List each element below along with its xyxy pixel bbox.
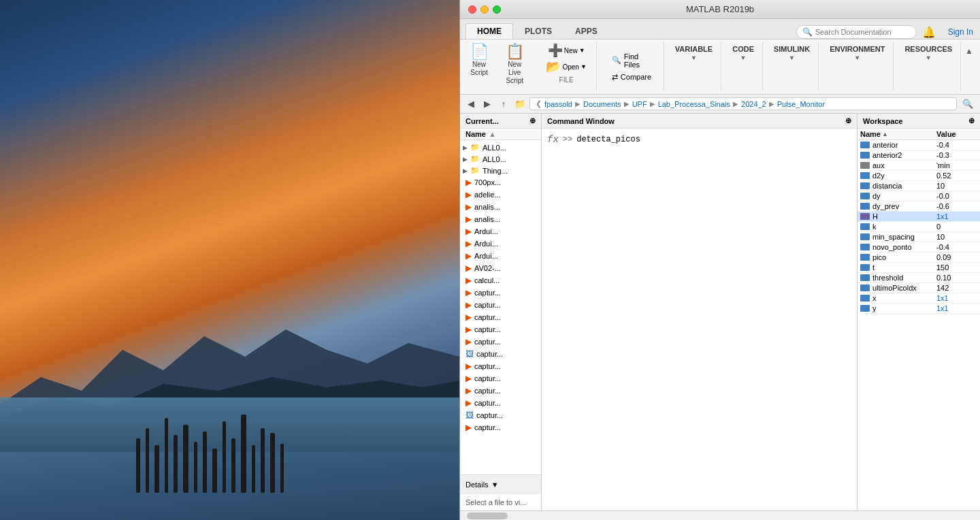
list-item[interactable]: ▶ captur...: [460, 287, 541, 299]
workspace-variable-item[interactable]: d2y 0.52: [858, 171, 980, 181]
workspace-variable-item[interactable]: dy -0.0: [858, 191, 980, 201]
new-script-button[interactable]: 📄 NewScript: [466, 42, 493, 91]
workspace-variable-item[interactable]: distancia 10: [858, 181, 980, 191]
list-item[interactable]: ▶ captur...: [460, 311, 541, 323]
open-button[interactable]: 📂 Open ▼: [542, 59, 590, 75]
variable-name: dy: [872, 192, 934, 200]
command-content[interactable]: fx >> detecta_picos: [542, 129, 857, 510]
title-bar: MATLAB R2019b: [460, 0, 980, 19]
workspace-variable-item[interactable]: x 1x1: [858, 293, 980, 304]
list-item[interactable]: ▶ captur...: [460, 421, 541, 434]
tab-apps[interactable]: APPS: [564, 23, 609, 39]
new-button[interactable]: ➕ New ▼: [544, 42, 589, 59]
workspace-variable-item[interactable]: y 1x1: [858, 304, 980, 314]
scrollbar-thumb[interactable]: [467, 513, 508, 519]
file-browser-menu-icon[interactable]: ⊕: [529, 116, 536, 125]
workspace-variable-item[interactable]: novo_ponto -0.4: [858, 242, 980, 253]
list-item[interactable]: ▶ adelie...: [460, 189, 541, 201]
list-item[interactable]: 🖼 captur...: [460, 409, 541, 421]
tab-plots[interactable]: PLOTS: [513, 23, 564, 39]
file-name-text: AV02-...: [474, 264, 501, 272]
forward-button[interactable]: ▶: [480, 97, 494, 111]
fx-symbol: fx: [547, 134, 559, 145]
traffic-lights: [468, 5, 501, 14]
list-item[interactable]: ▶ calcul...: [460, 274, 541, 287]
new-live-script-icon: 📋: [506, 44, 524, 59]
list-item[interactable]: ▶ 📁 ALL0...: [460, 142, 541, 153]
variable-icon: [860, 152, 870, 159]
simulink-section: SIMULINK ▼: [766, 42, 819, 91]
search-box[interactable]: 🔍: [796, 25, 917, 39]
details-chevron-icon[interactable]: ▼: [491, 481, 499, 489]
simulink-chevron-icon[interactable]: ▼: [789, 54, 795, 61]
list-item[interactable]: ▶ 700px...: [460, 176, 541, 189]
workspace-variable-item[interactable]: min_spacing 10: [858, 232, 980, 242]
workspace-title: Workspace: [863, 117, 903, 125]
collapse-ribbon-button[interactable]: ▲: [964, 45, 975, 57]
tab-home[interactable]: HOME: [466, 23, 513, 39]
minimize-button[interactable]: [480, 5, 489, 14]
list-item[interactable]: ▶ captur...: [460, 372, 541, 385]
list-item[interactable]: ▶ Ardui...: [460, 225, 541, 238]
list-item[interactable]: ▶ captur...: [460, 385, 541, 397]
workspace-variable-item[interactable]: aux 'min: [858, 161, 980, 171]
variable-name: ultimoPicoldx: [872, 284, 934, 292]
workspace-variable-item[interactable]: threshold 0.10: [858, 273, 980, 283]
workspace-variable-item[interactable]: dy_prev -0.6: [858, 201, 980, 212]
workspace-variable-item[interactable]: H 1x1: [858, 212, 980, 222]
list-item[interactable]: ▶ 📁 Thing...: [460, 165, 541, 176]
list-item[interactable]: ▶ 📁 ALL0...: [460, 153, 541, 165]
environment-chevron-icon[interactable]: ▼: [854, 54, 860, 61]
list-item[interactable]: ▶ analis...: [460, 213, 541, 225]
bottom-scrollbar[interactable]: [460, 510, 980, 520]
workspace-menu-icon[interactable]: ⊕: [968, 116, 975, 125]
folder-icon: 📁: [470, 155, 480, 163]
list-item[interactable]: ▶ Ardui...: [460, 250, 541, 262]
file-name-text: captur...: [474, 301, 501, 309]
address-bar: ◀ ▶ ↑ 📁 ❮ fpassold ▶ Documents ▶ UPF ▶ L…: [460, 95, 980, 114]
maximize-button[interactable]: [493, 5, 501, 14]
find-files-button[interactable]: 🔍 Find Files: [608, 51, 658, 70]
path-search-button[interactable]: 🔍: [960, 97, 976, 111]
address-path[interactable]: ❮ fpassold ▶ Documents ▶ UPF ▶ Lab_Proce…: [529, 97, 957, 110]
workspace-variable-item[interactable]: pico 0.09: [858, 253, 980, 263]
list-item[interactable]: ▶ captur...: [460, 323, 541, 336]
workspace-variable-item[interactable]: t 150: [858, 263, 980, 273]
search-input[interactable]: [815, 28, 911, 36]
browse-button[interactable]: 📁: [513, 97, 527, 111]
up-button[interactable]: ↑: [497, 97, 510, 111]
variable-name: distancia: [872, 182, 934, 190]
addr-sep-3: ▶: [650, 100, 655, 108]
sign-in-button[interactable]: Sign In: [941, 25, 980, 39]
file-name-text: adelie...: [474, 191, 501, 199]
code-chevron-icon[interactable]: ▼: [740, 54, 747, 61]
file-name-text: Ardui...: [474, 240, 498, 248]
file-browser-header: Current... ⊕: [460, 114, 541, 129]
open-icon: 📂: [546, 61, 561, 73]
details-label: Details: [466, 481, 489, 489]
resources-chevron-icon[interactable]: ▼: [926, 54, 932, 61]
compare-button[interactable]: ⇄ Compare: [608, 71, 658, 83]
variable-value: -0.0: [936, 192, 977, 200]
list-item[interactable]: ▶ captur...: [460, 360, 541, 372]
notification-icon[interactable]: 🔔: [922, 26, 936, 39]
list-item[interactable]: ▶ analis...: [460, 201, 541, 213]
list-item[interactable]: ▶ captur...: [460, 397, 541, 409]
command-window-expand-icon[interactable]: ⊕: [845, 116, 851, 125]
file-name-text: analis...: [474, 215, 500, 223]
list-item[interactable]: 🖼 captur...: [460, 348, 541, 360]
back-button[interactable]: ◀: [464, 97, 478, 111]
workspace-variable-item[interactable]: k 0: [858, 222, 980, 232]
workspace-variable-item[interactable]: anterior2 -0.3: [858, 150, 980, 161]
workspace-variable-item[interactable]: anterior -0.4: [858, 140, 980, 150]
close-button[interactable]: [468, 5, 476, 14]
new-live-script-button[interactable]: 📋 NewLive Script: [495, 42, 539, 91]
workspace-variable-item[interactable]: ultimoPicoldx 142: [858, 283, 980, 293]
list-item[interactable]: ▶ Ardui...: [460, 238, 541, 250]
workspace-variable-list: anterior -0.4 anterior2 -0.3 aux 'min: [858, 140, 980, 510]
list-item[interactable]: ▶ AV02-...: [460, 262, 541, 274]
list-item[interactable]: ▶ captur...: [460, 336, 541, 348]
variable-chevron-icon[interactable]: ▼: [691, 54, 697, 61]
resources-label: RESOURCES: [904, 45, 952, 53]
list-item[interactable]: ▶ captur...: [460, 299, 541, 311]
